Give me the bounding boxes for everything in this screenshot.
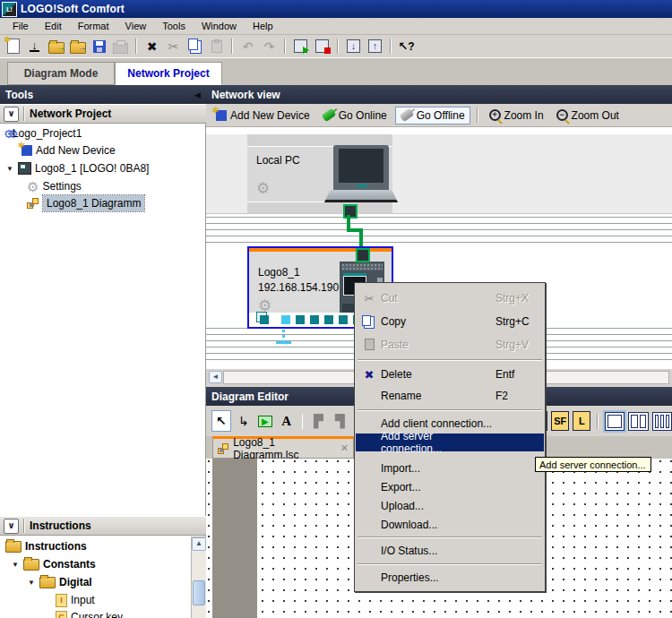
- layout-double-button[interactable]: [628, 412, 648, 431]
- connector-tool-button[interactable]: ↳: [235, 411, 253, 431]
- menu-window[interactable]: Window: [194, 19, 244, 33]
- menu-help[interactable]: Help: [246, 19, 280, 33]
- transfer-pc-to-device-button[interactable]: ↓: [344, 37, 363, 56]
- instructions-scrollbar[interactable]: ▲: [191, 536, 207, 618]
- print-button[interactable]: [111, 37, 130, 56]
- delete-button[interactable]: ✖: [142, 37, 161, 56]
- tab-diagram-mode[interactable]: Diagram Mode: [7, 62, 115, 85]
- node-settings-gear-icon[interactable]: ⚙: [256, 181, 270, 196]
- save-button[interactable]: [90, 37, 108, 56]
- new-file-button[interactable]: [4, 37, 22, 56]
- context-menu-item-export[interactable]: Export...: [356, 477, 544, 496]
- stop-logo-button[interactable]: [313, 37, 332, 56]
- context-menu-item-cut[interactable]: ✂ Cut Strg+X: [356, 287, 544, 310]
- menu-item-label: Download...: [381, 519, 495, 531]
- sf-button[interactable]: SF: [551, 411, 569, 431]
- simulation-tool-button[interactable]: ▶: [256, 411, 274, 431]
- align-tool-button[interactable]: ▛: [309, 411, 327, 431]
- simulation-tool-icon: ▶: [258, 416, 272, 427]
- go-online-button[interactable]: Go Online: [318, 107, 392, 124]
- pending-connection-handle[interactable]: [276, 341, 291, 344]
- start-logo-button[interactable]: [291, 37, 310, 56]
- menu-file[interactable]: File: [5, 19, 36, 33]
- go-offline-button[interactable]: Go Offline: [395, 107, 470, 124]
- expander-icon[interactable]: ▼: [27, 579, 36, 587]
- undo-button[interactable]: ↶: [238, 37, 257, 56]
- tree-item-device[interactable]: ▼ Logo8_1 [LOGO! 0BA8]: [0, 159, 211, 177]
- redo-button[interactable]: ↷: [260, 37, 279, 56]
- expander-icon[interactable]: ▼: [5, 165, 14, 173]
- expander-icon[interactable]: ▼: [11, 561, 20, 569]
- port-copy-icon[interactable]: [260, 315, 269, 324]
- zoom-out-button[interactable]: − Zoom Out: [552, 107, 624, 124]
- layout-single-button[interactable]: [605, 412, 625, 431]
- open-recent-button[interactable]: [68, 37, 87, 56]
- align-tool-button[interactable]: ▜: [331, 411, 349, 431]
- download-button[interactable]: ↓: [25, 37, 44, 56]
- server-port[interactable]: [324, 315, 333, 324]
- menu-item-label: Cut: [381, 292, 495, 305]
- server-port[interactable]: [310, 315, 319, 324]
- context-menu-item-add-server-connection[interactable]: Add server connection...: [356, 433, 544, 451]
- tools-panel-header[interactable]: Tools ◀: [0, 85, 206, 104]
- context-menu-item-delete[interactable]: ✖ Delete Entf: [356, 364, 544, 385]
- scroll-left-icon[interactable]: ◄: [209, 371, 222, 383]
- menu-view[interactable]: View: [118, 19, 154, 33]
- text-tool-button[interactable]: A: [278, 411, 296, 431]
- toolbar-separator: [135, 39, 137, 54]
- add-new-device-button[interactable]: Add New Device: [211, 107, 314, 124]
- scrollbar-thumb[interactable]: [193, 580, 205, 605]
- context-menu-item-upload[interactable]: Upload...: [356, 496, 544, 515]
- copy-button[interactable]: [185, 37, 204, 56]
- transfer-device-to-pc-button[interactable]: ↑: [366, 37, 384, 56]
- zoom-in-button[interactable]: + Zoom In: [485, 107, 548, 124]
- section-dropdown-icon[interactable]: ∨: [4, 519, 19, 534]
- collapse-panel-icon[interactable]: ◀: [194, 90, 201, 99]
- context-menu-item-properties[interactable]: Properties...: [356, 568, 544, 588]
- paste-button[interactable]: [207, 37, 226, 56]
- tree-item-label: Logo8_1 [LOGO! 0BA8]: [35, 162, 149, 175]
- tab-network-project[interactable]: Network Project: [115, 62, 222, 85]
- open-file-button[interactable]: [47, 37, 65, 56]
- tree-item-add-new-device[interactable]: Add New Device: [0, 142, 227, 159]
- tree-item-diagram[interactable]: Logo8_1 Diagramm: [0, 194, 232, 212]
- close-tab-icon[interactable]: ✕: [340, 442, 349, 454]
- tree-item-constants[interactable]: ▼ Constants: [0, 555, 216, 573]
- add-new-device-icon: [216, 110, 227, 121]
- server-port[interactable]: [296, 315, 305, 324]
- select-tool-button[interactable]: ↖: [211, 410, 231, 432]
- tree-item-settings[interactable]: ⚙ Settings: [0, 177, 232, 195]
- network-project-section-bar[interactable]: ∨ Network Project: [0, 104, 206, 124]
- context-menu-item-download[interactable]: Download...: [356, 515, 544, 534]
- server-port[interactable]: [339, 315, 348, 324]
- server-port-selected[interactable]: [281, 315, 290, 324]
- instructions-section-bar[interactable]: ∨ Instructions: [0, 516, 206, 536]
- context-menu-item-rename[interactable]: Rename F2: [356, 385, 544, 407]
- layout-triple-button[interactable]: [652, 412, 672, 431]
- context-menu-item-copy[interactable]: Copy Strg+C: [356, 310, 544, 333]
- menu-item-label: I/O Status...: [381, 545, 495, 557]
- align-icon: ▛: [314, 414, 323, 428]
- menu-edit[interactable]: Edit: [38, 19, 69, 33]
- folder-icon: [39, 577, 56, 588]
- tree-item-project[interactable]: ⚙⚙ Logo_Project1: [0, 124, 209, 142]
- menu-tools[interactable]: Tools: [155, 19, 193, 33]
- diagram-tab[interactable]: Logo8_1 Diagramm.lsc ✕: [212, 436, 354, 459]
- title-bar[interactable]: L! LOGO!Soft Comfort: [0, 0, 672, 18]
- context-help-button[interactable]: ?: [397, 37, 416, 56]
- menu-format[interactable]: Format: [71, 19, 116, 33]
- layout-pane: [607, 415, 622, 428]
- context-menu-item-import[interactable]: Import...: [356, 459, 544, 477]
- cut-button[interactable]: ✂: [164, 37, 183, 56]
- context-menu-item-paste[interactable]: Paste Strg+V: [356, 333, 544, 356]
- tree-item-instructions-root[interactable]: Instructions: [0, 537, 211, 555]
- scroll-up-icon[interactable]: ▲: [192, 537, 206, 551]
- local-pc-node[interactable]: Local PC ⚙: [247, 134, 392, 213]
- context-menu-item-io-status[interactable]: I/O Status...: [356, 541, 544, 561]
- section-dropdown-icon[interactable]: ∨: [4, 107, 19, 122]
- node-settings-gear-icon[interactable]: ⚙: [258, 298, 271, 313]
- local-pc-ethernet-port[interactable]: [343, 204, 358, 219]
- menu-item-label: Paste: [381, 339, 495, 351]
- logo-ethernet-port[interactable]: [356, 248, 370, 262]
- l-button[interactable]: L: [573, 411, 590, 431]
